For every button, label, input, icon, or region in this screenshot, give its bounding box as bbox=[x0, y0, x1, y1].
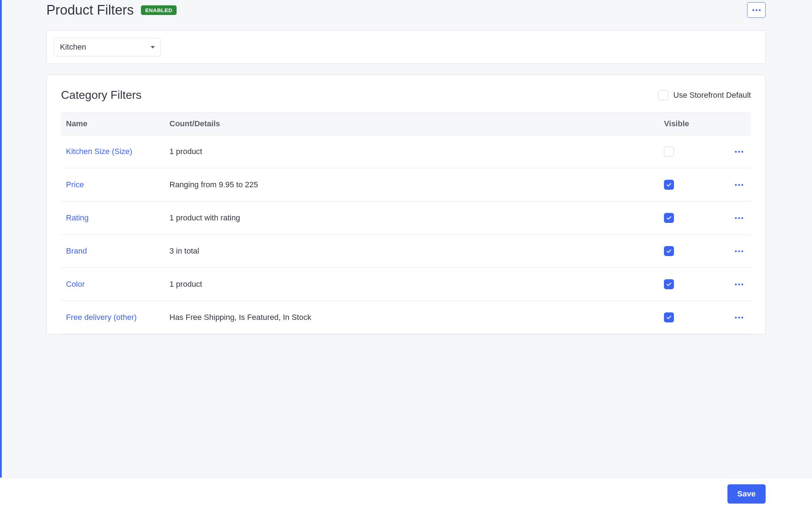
table-row: Kitchen Size (Size)1 product bbox=[61, 135, 751, 168]
visible-checkbox[interactable] bbox=[664, 213, 674, 223]
filter-details: 3 in total bbox=[164, 235, 659, 268]
row-actions-button[interactable] bbox=[732, 178, 746, 192]
th-name: Name bbox=[61, 113, 164, 135]
row-actions-button[interactable] bbox=[732, 211, 746, 225]
chevron-down-icon bbox=[151, 46, 155, 49]
page: Product Filters ENABLED Kitchen Category… bbox=[0, 0, 812, 510]
table-row: Brand3 in total bbox=[61, 235, 751, 268]
category-select-card: Kitchen bbox=[46, 30, 766, 64]
filter-details: Has Free Shipping, Is Featured, In Stock bbox=[164, 301, 659, 334]
th-visible: Visible bbox=[659, 113, 727, 135]
use-default-checkbox[interactable] bbox=[658, 90, 668, 100]
table-row: Rating1 product with rating bbox=[61, 202, 751, 235]
ellipsis-icon bbox=[741, 284, 743, 285]
category-select-value: Kitchen bbox=[60, 42, 86, 52]
ellipsis-icon bbox=[738, 250, 740, 252]
ellipsis-icon bbox=[741, 217, 743, 219]
table-row: Color1 product bbox=[61, 268, 751, 301]
category-select[interactable]: Kitchen bbox=[54, 38, 161, 56]
ellipsis-icon bbox=[735, 250, 737, 252]
ellipsis-icon bbox=[735, 151, 737, 153]
status-badge: ENABLED bbox=[141, 5, 177, 15]
visible-checkbox[interactable] bbox=[664, 312, 674, 322]
ellipsis-icon bbox=[752, 9, 754, 11]
ellipsis-icon bbox=[759, 9, 761, 11]
filter-name-link[interactable]: Price bbox=[66, 180, 84, 189]
row-actions-button[interactable] bbox=[732, 277, 746, 291]
filters-table: Name Count/Details Visible Kitchen Size … bbox=[61, 112, 751, 334]
use-default-label: Use Storefront Default bbox=[673, 91, 751, 100]
ellipsis-icon bbox=[738, 184, 740, 186]
visible-checkbox[interactable] bbox=[664, 279, 674, 289]
page-header: Product Filters ENABLED bbox=[0, 0, 812, 18]
filters-header: Category Filters Use Storefront Default bbox=[61, 88, 751, 102]
ellipsis-icon bbox=[735, 284, 737, 285]
filter-details: 1 product with rating bbox=[164, 202, 659, 235]
ellipsis-icon bbox=[756, 9, 757, 11]
select-wrap: Kitchen bbox=[47, 31, 765, 63]
table-row: Free delivery (other)Has Free Shipping, … bbox=[61, 301, 751, 334]
ellipsis-icon bbox=[735, 217, 737, 219]
save-button[interactable]: Save bbox=[727, 484, 766, 504]
ellipsis-icon bbox=[738, 217, 740, 219]
filter-name-link[interactable]: Free delivery (other) bbox=[66, 313, 137, 322]
ellipsis-icon bbox=[738, 317, 740, 318]
th-actions bbox=[727, 113, 751, 135]
category-filters-title: Category Filters bbox=[61, 88, 142, 102]
th-count: Count/Details bbox=[164, 113, 659, 135]
title-group: Product Filters ENABLED bbox=[46, 2, 177, 18]
row-actions-button[interactable] bbox=[732, 144, 746, 159]
ellipsis-icon bbox=[741, 184, 743, 186]
filter-name-link[interactable]: Color bbox=[66, 280, 85, 289]
ellipsis-icon bbox=[741, 151, 743, 153]
filter-name-link[interactable]: Brand bbox=[66, 246, 87, 255]
visible-checkbox[interactable] bbox=[664, 246, 674, 256]
visible-checkbox[interactable] bbox=[664, 180, 674, 190]
ellipsis-icon bbox=[741, 317, 743, 318]
filter-details: Ranging from 9.95 to 225 bbox=[164, 168, 659, 202]
use-default-group[interactable]: Use Storefront Default bbox=[658, 90, 751, 100]
more-actions-button[interactable] bbox=[747, 2, 766, 18]
ellipsis-icon bbox=[735, 317, 737, 318]
row-actions-button[interactable] bbox=[732, 310, 746, 325]
row-actions-button[interactable] bbox=[732, 244, 746, 258]
category-filters-card: Category Filters Use Storefront Default … bbox=[46, 75, 766, 335]
ellipsis-icon bbox=[741, 250, 743, 252]
ellipsis-icon bbox=[735, 184, 737, 186]
page-title: Product Filters bbox=[46, 2, 134, 18]
filter-details: 1 product bbox=[164, 135, 659, 168]
footer-bar: Save bbox=[0, 478, 812, 510]
ellipsis-icon bbox=[738, 284, 740, 285]
page-accent bbox=[0, 0, 2, 510]
filter-details: 1 product bbox=[164, 268, 659, 301]
filter-name-link[interactable]: Rating bbox=[66, 213, 89, 222]
visible-checkbox[interactable] bbox=[664, 147, 674, 157]
table-row: PriceRanging from 9.95 to 225 bbox=[61, 168, 751, 202]
filter-name-link[interactable]: Kitchen Size (Size) bbox=[66, 147, 132, 156]
ellipsis-icon bbox=[738, 151, 740, 153]
